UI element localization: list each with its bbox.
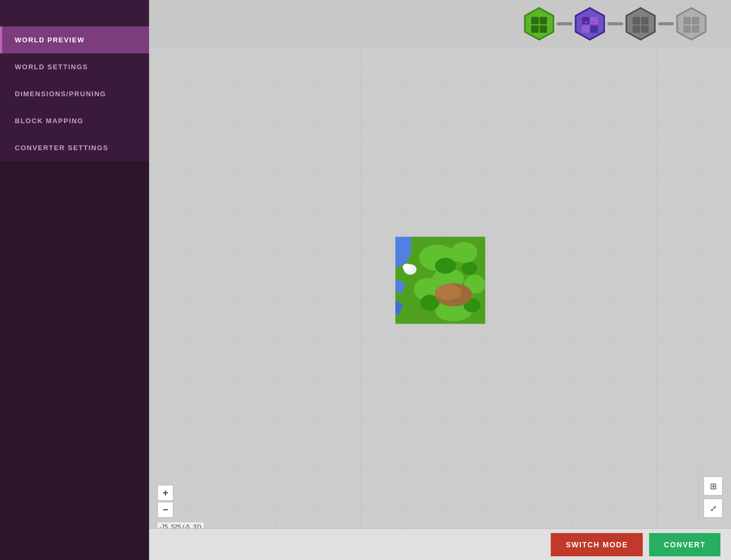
svg-point-35 (435, 284, 461, 300)
layers-button[interactable]: ⊞ (704, 476, 723, 495)
chain-dash-2 (607, 22, 623, 25)
bottom-bar: SWITCH MODE CONVERT (149, 528, 731, 560)
sidebar-item-world-settings[interactable]: WORLD SETTINGS (0, 53, 149, 80)
svg-point-30 (435, 258, 456, 273)
sidebar-preview-area (0, 161, 149, 560)
sidebar-item-converter-settings[interactable]: CONVERTER SETTINGS (0, 134, 149, 161)
purple-block-icon (571, 5, 608, 42)
svg-rect-21 (692, 25, 699, 33)
svg-marker-5 (576, 8, 604, 40)
svg-rect-2 (540, 17, 547, 24)
sidebar-item-dimensions-pruning[interactable]: DIMENSIONS/PRUNING (0, 80, 149, 107)
light-block-icon (673, 5, 710, 42)
svg-rect-15 (633, 25, 640, 33)
svg-rect-8 (582, 25, 589, 33)
chain-dash-1 (557, 22, 572, 25)
svg-rect-3 (531, 25, 539, 33)
svg-rect-9 (590, 25, 598, 33)
convert-button[interactable]: CONVERT (649, 533, 720, 556)
fullscreen-button[interactable]: ⤢ (704, 499, 723, 518)
svg-rect-14 (641, 17, 649, 24)
svg-rect-16 (641, 25, 649, 33)
app-container: WORLD PREVIEW WORLD SETTINGS DIMENSIONS/… (0, 0, 731, 560)
svg-rect-20 (683, 25, 691, 33)
chain-dash-3 (658, 22, 674, 25)
fullscreen-icon: ⤢ (710, 503, 717, 513)
green-block-icon (521, 5, 558, 42)
sidebar: WORLD PREVIEW WORLD SETTINGS DIMENSIONS/… (0, 0, 149, 560)
svg-rect-19 (692, 17, 699, 24)
svg-rect-18 (683, 17, 691, 24)
map-overlay-buttons: ⊞ ⤢ (704, 476, 723, 518)
sidebar-item-block-mapping[interactable]: BLOCK MAPPING (0, 107, 149, 134)
switch-mode-button[interactable]: SWITCH MODE (551, 533, 643, 556)
map-preview (395, 236, 485, 324)
svg-marker-12 (626, 8, 655, 40)
svg-marker-17 (677, 8, 706, 40)
svg-rect-11 (593, 21, 595, 23)
svg-marker-0 (525, 8, 553, 40)
svg-point-37 (403, 263, 411, 271)
zoom-controls: + − (158, 485, 173, 518)
svg-rect-1 (531, 17, 539, 24)
sidebar-item-world-preview[interactable]: WORLD PREVIEW (0, 26, 149, 53)
svg-rect-13 (633, 17, 640, 24)
gray-block-icon (622, 5, 659, 42)
map-area[interactable]: + − -75, 525 (-5, 32) ⊞ ⤢ (149, 0, 731, 560)
layers-icon: ⊞ (710, 481, 717, 491)
svg-point-25 (451, 242, 477, 263)
top-bar (149, 0, 731, 48)
zoom-out-button[interactable]: − (158, 502, 173, 518)
zoom-in-button[interactable]: + (158, 485, 173, 501)
icon-chain (521, 5, 710, 42)
svg-rect-10 (585, 21, 587, 23)
svg-point-31 (461, 262, 477, 274)
svg-rect-4 (540, 25, 547, 33)
